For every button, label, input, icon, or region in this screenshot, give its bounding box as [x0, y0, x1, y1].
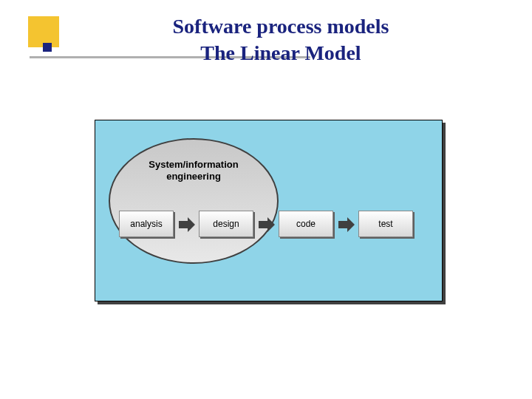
step-analysis: analysis: [119, 211, 175, 239]
step-design: design: [199, 211, 255, 239]
step-label: analysis: [119, 211, 174, 237]
svg-marker-1: [259, 217, 275, 232]
slide-title: Software process models The Linear Model: [96, 13, 466, 67]
ellipse-label-line-1: System/information: [149, 159, 238, 170]
arrow-icon: [336, 211, 357, 239]
process-flow: analysis design code: [119, 211, 415, 239]
slide-header: Software process models The Linear Model: [0, 0, 532, 81]
ellipse-label-line-2: engineering: [166, 171, 221, 182]
step-test: test: [358, 211, 415, 239]
diagram-background: System/information engineering analysis …: [95, 120, 443, 301]
title-line-2: The Linear Model: [200, 41, 361, 64]
linear-model-diagram: System/information engineering analysis …: [95, 120, 446, 304]
ellipse-label: System/information engineering: [131, 159, 256, 182]
step-code: code: [279, 211, 335, 239]
svg-marker-0: [179, 217, 195, 232]
system-engineering-ellipse: [109, 138, 279, 264]
svg-marker-2: [338, 217, 355, 232]
arrow-icon: [177, 211, 197, 239]
step-label: test: [358, 211, 413, 237]
decorative-square-navy: [43, 43, 52, 52]
step-label: code: [279, 211, 333, 237]
step-label: design: [199, 211, 253, 237]
arrow-icon: [256, 211, 277, 239]
title-line-1: Software process models: [173, 15, 389, 38]
